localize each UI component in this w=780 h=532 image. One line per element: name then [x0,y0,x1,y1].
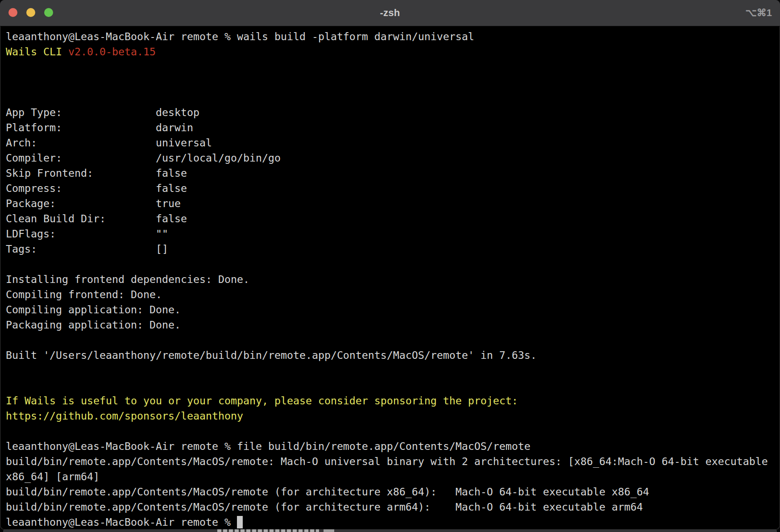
window-controls [8,8,53,17]
terminal-line: leaanthony@Leas-MacBook-Air remote % fil… [6,439,774,454]
terminal-text: build/bin/remote.app/Contents/MacOS/remo… [6,501,643,513]
terminal-line: LDFlags: "" [6,226,774,241]
terminal-line: Built '/Users/leaanthony/remote/build/bi… [6,348,774,363]
terminal-line: App Type: desktop [6,105,774,120]
desktop-background: -zsh ⌥⌘1 leaanthony@Leas-MacBook-Air rem… [0,0,780,532]
terminal-line: Platform: darwin [6,120,774,135]
terminal-text: build/bin/remote.app/Contents/MacOS/remo… [6,486,649,498]
terminal-line: leaanthony@Leas-MacBook-Air remote % wai… [6,29,774,44]
close-button[interactable] [8,8,17,17]
terminal-line: Package: true [6,196,774,211]
terminal-line: x86_64] [arm64] [6,469,774,484]
terminal-line: Compiling application: Done. [6,302,774,317]
terminal-line: Arch: universal [6,135,774,150]
terminal-line: build/bin/remote.app/Contents/MacOS/remo… [6,454,774,469]
terminal-line: Skip Frontend: false [6,166,774,181]
window-title: -zsh [380,0,400,26]
terminal-text: Package: true [6,197,181,209]
terminal-text: Platform: darwin [6,121,193,133]
terminal-text: Compiling application: Done. [6,303,181,316]
terminal-text: https://github.com/sponsors/leaanthony [6,410,243,422]
terminal-text: LDFlags: "" [6,228,168,240]
terminal-text: Packaging application: Done. [6,319,181,331]
terminal-line [6,424,774,439]
terminal-line: Tags: [] [6,241,774,257]
terminal-text: Compiling frontend: Done. [6,288,162,300]
terminal-line: Compiling frontend: Done. [6,287,774,302]
background-text-fragment [217,529,319,532]
terminal-line: https://github.com/sponsors/leaanthony [6,408,774,424]
terminal-text: Wails CLI [6,46,68,58]
terminal-line: build/bin/remote.app/Contents/MacOS/remo… [6,499,774,515]
terminal-text: App Type: desktop [6,106,199,118]
terminal-text: Arch: universal [6,137,212,149]
terminal-line: Installing frontend dependencies: Done. [6,272,774,287]
terminal-text: Clean Build Dir: false [6,212,187,224]
terminal-line [6,75,774,90]
terminal-line: Clean Build Dir: false [6,211,774,226]
terminal-text: Tags: [] [6,243,168,255]
terminal-output[interactable]: leaanthony@Leas-MacBook-Air remote % wai… [0,26,780,530]
minimize-button[interactable] [26,8,35,17]
terminal-text: Compiler: /usr/local/go/bin/go [6,152,281,164]
terminal-text: If Wails is useful to you or your compan… [6,395,518,407]
terminal-line [6,378,774,393]
window-shortcut-badge: ⌥⌘1 [745,0,772,26]
terminal-text: x86_64] [arm64] [6,470,100,482]
terminal-text: Installing frontend dependencies: Done. [6,273,249,285]
terminal-text: leaanthony@Leas-MacBook-Air remote % [6,516,237,528]
terminal-line: leaanthony@Leas-MacBook-Air remote % [6,515,774,530]
terminal-line: If Wails is useful to you or your compan… [6,393,774,408]
terminal-line: Packaging application: Done. [6,317,774,332]
terminal-line [6,332,774,348]
terminal-text: build/bin/remote.app/Contents/MacOS/remo… [6,455,768,467]
terminal-window: -zsh ⌥⌘1 leaanthony@Leas-MacBook-Air rem… [0,0,780,530]
terminal-text: Skip Frontend: false [6,167,187,179]
terminal-text: Built '/Users/leaanthony/remote/build/bi… [6,349,537,361]
terminal-text: leaanthony@Leas-MacBook-Air remote % wai… [6,30,474,42]
terminal-line: Compiler: /usr/local/go/bin/go [6,150,774,166]
text-cursor [237,516,243,528]
terminal-text: leaanthony@Leas-MacBook-Air remote % fil… [6,440,531,452]
terminal-line [6,257,774,272]
terminal-line [6,363,774,378]
terminal-line: Compress: false [6,181,774,196]
terminal-text: v2.0.0-beta.15 [68,46,156,58]
titlebar[interactable]: -zsh ⌥⌘1 [0,0,780,26]
terminal-line: build/bin/remote.app/Contents/MacOS/remo… [6,484,774,499]
terminal-line [6,90,774,105]
terminal-text: Compress: false [6,182,187,194]
terminal-line [6,59,774,75]
terminal-line: Wails CLI v2.0.0-beta.15 [6,44,774,59]
zoom-button[interactable] [44,8,53,17]
background-window-sliver [3,530,777,532]
background-text-fragment [324,529,334,532]
